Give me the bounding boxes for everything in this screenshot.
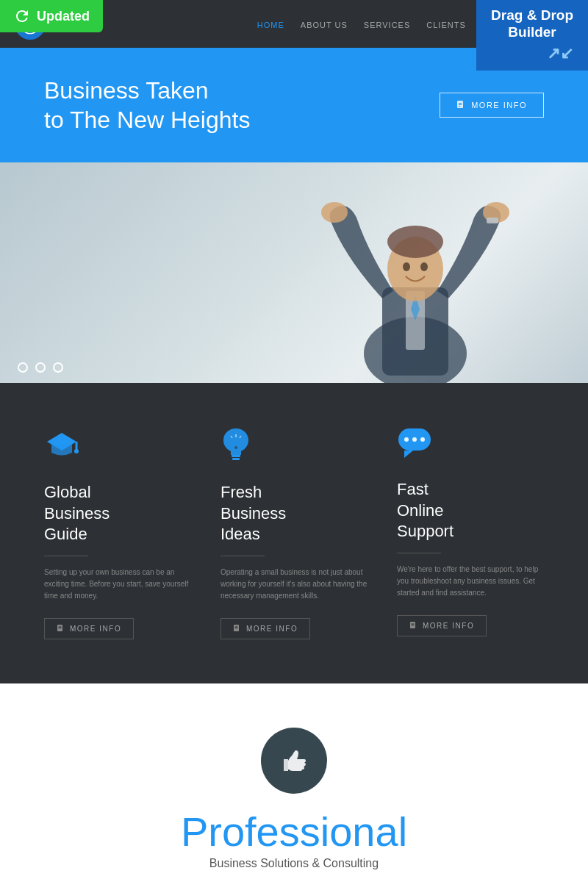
svg-rect-29 [235, 627, 238, 628]
nav-about-link[interactable]: ABOUT US [301, 21, 348, 29]
svg-rect-15 [487, 218, 498, 223]
feature-card-1: Global Business Guide Setting up your ow… [44, 427, 191, 639]
svg-rect-37 [412, 624, 415, 625]
feature-btn-1[interactable]: MORE INFO [44, 618, 134, 639]
feature-divider-1 [44, 556, 88, 556]
svg-point-24 [234, 446, 237, 449]
feature-title-3: Fast Online Support [397, 479, 544, 542]
bulb-svg [220, 427, 251, 462]
feature-desc-2: Operating a small business is not just a… [220, 567, 368, 602]
nav-services-link[interactable]: SERVICES [364, 21, 410, 29]
person-svg [287, 162, 544, 383]
svg-rect-23 [232, 458, 240, 460]
svg-rect-20 [59, 627, 62, 628]
file-icon-3 [409, 622, 417, 629]
feature-card-2: Fresh Business Ideas Operating a small b… [220, 427, 368, 639]
nav-clients[interactable]: CLIENTS [426, 18, 465, 31]
svg-point-33 [404, 437, 409, 442]
chat-icon [397, 427, 544, 466]
dot-3[interactable] [53, 362, 63, 373]
dnd-badge: Drag & Drop Builder ↗↙ [476, 0, 588, 71]
svg-rect-21 [59, 628, 62, 628]
professional-subtitle: Business Solutions & Consulting [29, 857, 559, 870]
thumbs-up-svg [278, 744, 310, 777]
dot-2[interactable] [35, 362, 46, 373]
updated-label: Updated [37, 9, 90, 24]
slide-dots [18, 362, 63, 373]
svg-point-34 [412, 437, 417, 442]
hero-title: Business Taken to The New Heights [44, 76, 250, 134]
features-section: Global Business Guide Setting up your ow… [0, 383, 588, 683]
nav-clients-link[interactable]: CLIENTS [426, 21, 465, 29]
svg-rect-30 [235, 628, 238, 628]
feature-btn-2[interactable]: MORE INFO [220, 618, 310, 639]
updated-badge: Updated [0, 0, 103, 32]
nav-services[interactable]: SERVICES [364, 18, 410, 31]
svg-marker-32 [404, 451, 413, 458]
hero-title-line2: to The New Heights [44, 107, 250, 133]
doc-icon [456, 101, 465, 110]
feature-divider-3 [397, 553, 441, 553]
file-icon-2 [233, 625, 240, 632]
hero-image [0, 162, 588, 383]
nav-home-link[interactable]: HOME [257, 21, 284, 29]
feature-title-2: Fresh Business Ideas [220, 482, 368, 545]
thumbs-up-circle [261, 728, 327, 794]
svg-point-13 [403, 262, 410, 271]
hero-more-info-button[interactable]: MORE INFO [440, 93, 544, 118]
professional-section: Professional Business Solutions & Consul… [0, 683, 588, 885]
dnd-line2: Builder [508, 24, 556, 40]
feature-title-1: Global Business Guide [44, 482, 191, 545]
dot-1[interactable] [18, 362, 28, 373]
svg-rect-4 [459, 106, 460, 107]
svg-point-11 [321, 202, 348, 223]
nav-home[interactable]: HOME [257, 18, 284, 31]
svg-rect-22 [232, 455, 240, 457]
svg-point-14 [420, 262, 428, 271]
graduation-icon [44, 427, 191, 469]
svg-rect-38 [412, 625, 415, 625]
feature-desc-1: Setting up your own business can be an e… [44, 567, 191, 602]
lightbulb-icon [220, 427, 368, 469]
feature-btn-3[interactable]: MORE INFO [397, 615, 487, 636]
hero-title-line1: Business Taken [44, 77, 209, 104]
hero-btn-label: MORE INFO [471, 101, 527, 110]
chat-svg [397, 427, 432, 459]
svg-rect-3 [459, 104, 462, 105]
svg-point-10 [387, 226, 443, 258]
professional-title: Professional [29, 811, 559, 853]
grad-cap-svg [44, 427, 79, 462]
feature-divider-2 [220, 556, 265, 556]
refresh-icon [13, 7, 31, 25]
svg-rect-2 [459, 103, 462, 104]
dnd-line1: Drag & Drop [491, 7, 573, 23]
svg-point-18 [74, 449, 79, 453]
svg-point-35 [420, 437, 425, 442]
file-icon-1 [57, 625, 64, 632]
dnd-arrow: ↗↙ [491, 44, 573, 63]
feature-card-3: Fast Online Support We're here to offer … [397, 427, 544, 639]
nav-about[interactable]: ABOUT US [301, 18, 348, 31]
feature-desc-3: We're here to offer the best support, to… [397, 564, 544, 599]
